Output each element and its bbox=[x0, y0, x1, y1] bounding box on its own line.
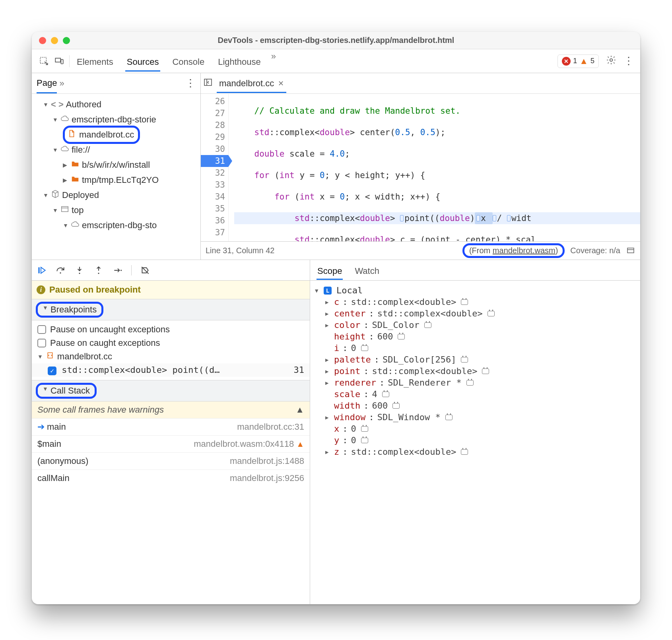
warning-icon: ▲ bbox=[579, 56, 588, 66]
titlebar: DevTools - emscripten-dbg-stories.netlif… bbox=[32, 32, 640, 49]
memory-icon[interactable] bbox=[482, 368, 489, 374]
scope-pane: Scope Watch ▼LLocal ▶c: std::complex<dou… bbox=[310, 260, 640, 604]
scope-local[interactable]: ▼LLocal bbox=[315, 285, 635, 296]
issues-counter[interactable]: ✕ 1 ▲ 5 bbox=[557, 54, 599, 68]
panel-tabs: Elements Sources Console Lighthouse » bbox=[75, 51, 557, 71]
scope-variable[interactable]: ▶window: SDL_Window * bbox=[315, 411, 635, 423]
breakpoints-header[interactable]: ▼ Breakpoints bbox=[32, 299, 310, 320]
tree-group-authored[interactable]: ▼< >Authored bbox=[34, 97, 198, 112]
scope-variable[interactable]: ▶c: std::complex<double> bbox=[315, 296, 635, 308]
memory-icon[interactable] bbox=[466, 380, 474, 386]
breakpoint-checkbox[interactable] bbox=[48, 367, 56, 375]
memory-icon[interactable] bbox=[361, 345, 368, 351]
scope-variable[interactable]: height: 600 bbox=[315, 331, 635, 342]
tree-domain[interactable]: ▼emscripten-dbg-storie bbox=[34, 112, 198, 127]
more-tabs-icon[interactable]: » bbox=[271, 51, 276, 71]
local-badge-icon: L bbox=[324, 287, 332, 295]
tree-file-active[interactable]: mandelbrot.cc bbox=[34, 127, 198, 142]
inspect-element-icon[interactable] bbox=[38, 55, 50, 67]
tree-group-deployed[interactable]: ▼Deployed bbox=[34, 188, 198, 203]
memory-icon[interactable] bbox=[424, 322, 431, 328]
scope-variable[interactable]: ▶z: std::complex<double> bbox=[315, 446, 635, 458]
cloud-icon bbox=[71, 220, 80, 231]
editor-tab-active[interactable]: mandelbrot.cc ✕ bbox=[217, 74, 286, 93]
scope-variable[interactable]: scale: 4 bbox=[315, 388, 635, 400]
editor-tabs: mandelbrot.cc ✕ bbox=[201, 73, 640, 94]
resume-icon[interactable] bbox=[36, 265, 47, 276]
memory-icon[interactable] bbox=[392, 403, 400, 409]
memory-icon[interactable] bbox=[445, 415, 453, 420]
tree-frame-top[interactable]: ▼top bbox=[34, 203, 198, 218]
step-icon[interactable] bbox=[112, 265, 123, 276]
tab-console[interactable]: Console bbox=[171, 51, 206, 71]
memory-icon[interactable] bbox=[361, 426, 368, 432]
scope-variable[interactable]: ▶center: std::complex<double> bbox=[315, 308, 635, 319]
deactivate-breakpoints-icon[interactable] bbox=[140, 265, 151, 276]
tab-watch[interactable]: Watch bbox=[354, 261, 380, 279]
navigator-more-tabs-icon[interactable]: » bbox=[59, 78, 64, 89]
code-editor[interactable]: 262728293031323334353637 // Calculate an… bbox=[201, 94, 640, 241]
info-icon: i bbox=[37, 285, 45, 294]
memory-icon[interactable] bbox=[461, 357, 468, 363]
svg-rect-4 bbox=[62, 207, 68, 212]
callstack-frame[interactable]: (anonymous)mandelbrot.js:1488 bbox=[32, 452, 310, 469]
scope-variable[interactable]: ▶renderer: SDL_Renderer * bbox=[315, 377, 635, 388]
toggle-navigator-icon[interactable] bbox=[203, 78, 213, 89]
navigator-pane: Page » ⋮ ▼< >Authored ▼emscripten-dbg-st… bbox=[32, 73, 201, 260]
pause-uncaught-toggle[interactable]: Pause on uncaught exceptions bbox=[32, 323, 310, 336]
callstack-frame[interactable]: $mainmandelbrot.wasm:0x4118▲ bbox=[32, 435, 310, 452]
frame-icon bbox=[60, 205, 69, 216]
navigator-options-icon[interactable]: ⋮ bbox=[185, 77, 196, 89]
folder-icon bbox=[71, 159, 80, 171]
callstack-warning: Some call frames have warnings▲ bbox=[32, 401, 310, 418]
tree-file-scheme[interactable]: ▼file:// bbox=[34, 142, 198, 157]
scope-variable[interactable]: ▶point: std::complex<double> bbox=[315, 365, 635, 377]
devtools-window: DevTools - emscripten-dbg-stories.netlif… bbox=[32, 32, 640, 604]
show-details-icon[interactable] bbox=[626, 245, 635, 256]
close-tab-icon[interactable]: ✕ bbox=[278, 79, 284, 88]
step-into-icon[interactable] bbox=[74, 265, 85, 276]
scope-variable[interactable]: i: 0 bbox=[315, 342, 635, 354]
tree-folder[interactable]: ▶b/s/w/ir/x/w/install bbox=[34, 157, 198, 173]
breakpoint-item[interactable]: std::complex<double> point((d…31 bbox=[32, 363, 310, 377]
sources-panel: Page » ⋮ ▼< >Authored ▼emscripten-dbg-st… bbox=[32, 73, 640, 260]
scope-variable[interactable]: y: 0 bbox=[315, 434, 635, 446]
svg-point-9 bbox=[79, 272, 80, 273]
step-out-icon[interactable] bbox=[93, 265, 104, 276]
error-icon: ✕ bbox=[562, 57, 571, 66]
line-gutter[interactable]: 262728293031323334353637 bbox=[201, 94, 229, 241]
memory-icon[interactable] bbox=[487, 311, 495, 316]
step-over-icon[interactable] bbox=[55, 265, 66, 276]
settings-icon[interactable] bbox=[606, 55, 616, 67]
tree-folder[interactable]: ▶tmp/tmp.ELcTq2YO bbox=[34, 173, 198, 188]
cloud-icon bbox=[60, 114, 69, 125]
tab-scope[interactable]: Scope bbox=[317, 261, 343, 279]
scope-variable[interactable]: ▶color: SDL_Color bbox=[315, 319, 635, 331]
memory-icon[interactable] bbox=[382, 392, 389, 397]
callstack-header[interactable]: ▼ Call Stack bbox=[32, 380, 310, 401]
editor-footer: Line 31, Column 42 (From mandelbrot.wasm… bbox=[201, 241, 640, 260]
memory-icon[interactable] bbox=[361, 438, 368, 443]
breakpoint-file-group[interactable]: ▼mandelbrot.cc bbox=[32, 350, 310, 363]
scope-variable[interactable]: ▶palette: SDL_Color[256] bbox=[315, 354, 635, 365]
more-options-icon[interactable]: ⋮ bbox=[623, 55, 634, 67]
tab-elements[interactable]: Elements bbox=[75, 51, 115, 71]
folder-icon bbox=[71, 175, 80, 186]
callstack-frame[interactable]: ➔mainmandelbrot.cc:31 bbox=[32, 418, 310, 435]
memory-icon[interactable] bbox=[398, 334, 405, 339]
tree-domain[interactable]: ▼emscripten-dbg-sto bbox=[34, 218, 198, 233]
tab-sources[interactable]: Sources bbox=[125, 51, 161, 71]
pause-caught-toggle[interactable]: Pause on caught exceptions bbox=[32, 336, 310, 350]
scope-variable[interactable]: width: 600 bbox=[315, 400, 635, 411]
device-toolbar-icon[interactable] bbox=[53, 55, 65, 67]
tab-page[interactable]: Page bbox=[37, 78, 57, 93]
scope-variable[interactable]: x: 0 bbox=[315, 423, 635, 434]
memory-icon[interactable] bbox=[461, 299, 468, 305]
paused-banner: i Paused on breakpoint bbox=[32, 281, 310, 299]
source-mapped-from[interactable]: (From mandelbrot.wasm) bbox=[462, 243, 565, 258]
memory-icon[interactable] bbox=[461, 449, 468, 455]
callstack-frame[interactable]: callMainmandelbrot.js:9256 bbox=[32, 469, 310, 487]
breakpoints-body: Pause on uncaught exceptions Pause on ca… bbox=[32, 320, 310, 380]
cloud-icon bbox=[60, 144, 69, 155]
tab-lighthouse[interactable]: Lighthouse bbox=[216, 51, 262, 71]
